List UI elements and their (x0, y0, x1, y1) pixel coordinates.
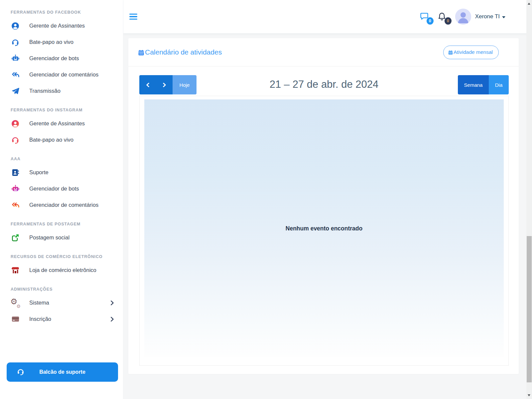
sidebar-item-label: Loja de comércio eletrônico (29, 267, 96, 273)
sidebar-item-label: Gerenciador de comentários (29, 71, 98, 78)
share-icon (11, 233, 20, 242)
scrollbar[interactable] (526, 0, 532, 399)
scroll-up-button[interactable] (528, 3, 530, 5)
chevron-left-icon (146, 82, 150, 87)
monthly-activity-label: Atividade mensal (454, 49, 493, 55)
sidebar-item-label: Bate-papo ao vivo (29, 137, 73, 143)
sidebar-item-label: Inscrição (29, 316, 51, 322)
user-circle-icon (11, 119, 20, 128)
sidebar-item-label: Suporte (29, 169, 49, 176)
sidebar-item-label: Sistema (29, 300, 49, 306)
calendar-panel: Nenhum evento encontrado (139, 96, 509, 366)
scroll-thumb[interactable] (527, 236, 532, 382)
calendar-icon (448, 50, 453, 55)
messages-badge: 0 (427, 17, 434, 25)
credit-card-icon (11, 315, 20, 324)
support-desk-label: Balcão de suporte (39, 369, 85, 375)
sidebar-item-label: Gerenciador de bots (29, 186, 79, 192)
topbar: 0 0 Xerone TI (123, 0, 532, 33)
avatar (455, 9, 471, 25)
week-view-button[interactable]: Semana (458, 75, 489, 94)
sidebar-item-label: Gerente de Assinantes (29, 23, 85, 29)
calendar-icon (138, 49, 145, 56)
empty-message: Nenhum evento encontrado (286, 225, 362, 232)
sidebar: FERRAMENTAS DO FACEBOOKGerente de Assina… (0, 0, 123, 399)
calendar-toolbar: Hoje 21 – 27 de abr. de 2024 Semana Dia (139, 75, 509, 94)
sidebar-item-gerente-de-assinantes[interactable]: Gerente de Assinantes (0, 115, 123, 132)
chevron-right-icon (110, 317, 114, 322)
store-icon (11, 266, 20, 275)
caret-down-icon (502, 16, 505, 18)
calendar-card: Calendário de atividades Atividade mensa… (128, 38, 519, 374)
paper-plane-icon (11, 86, 20, 96)
sidebar-item-postagem-social[interactable]: Postagem social (0, 229, 123, 246)
sidebar-item-transmissao[interactable]: Transmissão (0, 83, 123, 99)
sidebar-item-gerenciador-de-comentarios[interactable]: Gerenciador de comentários (0, 197, 123, 213)
headset-icon (11, 38, 20, 47)
support-desk-button[interactable]: Balcão de suporte (7, 362, 118, 382)
sidebar-section-title: AAA (0, 157, 123, 161)
sidebar-section-title: FERRAMENTAS DO FACEBOOK (0, 10, 123, 15)
today-button[interactable]: Hoje (173, 75, 197, 94)
next-button[interactable] (156, 75, 173, 94)
sidebar-item-suporte[interactable]: Suporte (0, 164, 123, 181)
user-circle-icon (11, 21, 20, 31)
sidebar-item-sistema[interactable]: ⚙⚙Sistema (0, 295, 123, 311)
sidebar-item-label: Gerenciador de comentários (29, 202, 98, 208)
scroll-down-button[interactable] (528, 394, 530, 396)
sidebar-item-loja-de-comercio-eletronico[interactable]: Loja de comércio eletrônico (0, 262, 123, 278)
user-menu[interactable]: Xerone TI (455, 9, 505, 25)
messages-button[interactable]: 0 (419, 12, 430, 22)
sidebar-item-label: Gerenciador de bots (29, 55, 79, 62)
monthly-activity-button[interactable]: Atividade mensal (443, 46, 499, 59)
sidebar-item-gerenciador-de-comentarios[interactable]: Gerenciador de comentários (0, 66, 123, 83)
headset-icon (11, 135, 20, 145)
reply-all-icon (11, 200, 20, 210)
menu-toggle-button[interactable] (129, 14, 137, 20)
prev-button[interactable] (139, 75, 156, 94)
chevron-right-icon (162, 82, 167, 87)
sidebar-item-bate-papo-ao-vivo[interactable]: Bate-papo ao vivo (0, 132, 123, 148)
calendar-empty-state: Nenhum evento encontrado (144, 99, 504, 357)
sidebar-item-inscricao[interactable]: Inscrição (0, 311, 123, 327)
sidebar-item-label: Bate-papo ao vivo (29, 39, 73, 45)
sidebar-item-gerenciador-de-bots[interactable]: Gerenciador de bots (0, 181, 123, 197)
notifications-button[interactable]: 0 (437, 12, 448, 22)
reply-all-icon (11, 70, 20, 79)
chevron-right-icon (110, 300, 114, 306)
sidebar-item-label: Postagem social (29, 234, 69, 241)
headset-icon (17, 368, 25, 377)
day-view-button[interactable]: Dia (489, 75, 509, 94)
address-book-icon (11, 168, 20, 177)
robot-icon (11, 184, 20, 194)
sidebar-section-title: ADMINISTRAÇÕES (0, 287, 123, 292)
user-name: Xerone TI (475, 13, 500, 20)
sidebar-section-title: FERRAMENTAS DE POSTAGEM (0, 222, 123, 226)
sidebar-item-bate-papo-ao-vivo[interactable]: Bate-papo ao vivo (0, 34, 123, 50)
sidebar-item-label: Gerente de Assinantes (29, 120, 85, 127)
robot-icon (11, 54, 20, 63)
gears-icon: ⚙⚙ (11, 298, 20, 308)
sidebar-section-title: RECURSOS DE COMÉRCIO ELETRÔNICO (0, 254, 123, 259)
sidebar-section-title: FERRAMENTAS DO INSTAGRAM (0, 108, 123, 112)
gear-glyph: ⚙ (16, 304, 21, 309)
sidebar-item-gerente-de-assinantes[interactable]: Gerente de Assinantes (0, 18, 123, 34)
page-title-label: Calendário de atividades (145, 48, 222, 56)
sidebar-item-label: Transmissão (29, 88, 61, 94)
main-area: 0 0 Xerone TI Calendá (123, 0, 532, 399)
sidebar-item-gerenciador-de-bots[interactable]: Gerenciador de bots (0, 50, 123, 66)
page-title: Calendário de atividades (138, 48, 222, 56)
notifications-badge: 0 (445, 17, 452, 25)
date-range-title: 21 – 27 de abr. de 2024 (270, 78, 379, 90)
